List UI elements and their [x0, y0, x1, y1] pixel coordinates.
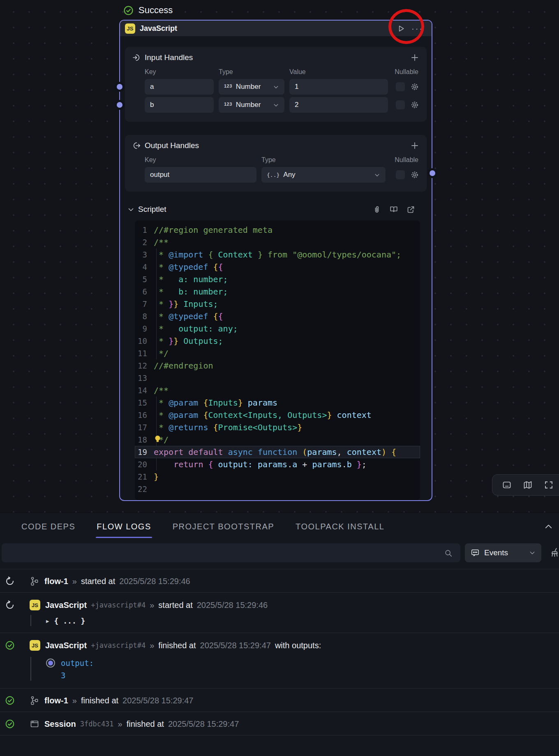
events-filter-button[interactable]: Events — [465, 543, 541, 562]
finished-check-icon — [5, 640, 15, 650]
key-field[interactable]: b — [145, 97, 214, 113]
code-line: 3 * @import { Context } from "@oomol/typ… — [135, 248, 420, 261]
lightbulb-icon[interactable] — [154, 435, 162, 444]
collapsed-object: { ... } — [54, 617, 85, 625]
code-line: 6 * b: number; — [135, 285, 420, 298]
tab-flow-logs[interactable]: FLOW LOGS — [97, 522, 151, 531]
column-type: Type — [219, 68, 284, 76]
log-action: finished at — [81, 696, 118, 705]
session-icon — [30, 719, 39, 729]
column-nullable: Nullable — [395, 68, 419, 76]
nullable-checkbox[interactable] — [396, 100, 405, 109]
reader-icon[interactable] — [389, 205, 398, 214]
search-input[interactable] — [2, 543, 460, 562]
type-select[interactable]: 123Number — [219, 79, 284, 95]
code-line: 5 * a: number; — [135, 273, 420, 285]
log-timestamp: 2025/5/28 15:29:47 — [168, 719, 239, 729]
indent-guide — [30, 657, 31, 681]
code-line: 7 * }} Inputs; — [135, 298, 420, 310]
output-value: 3 — [61, 668, 559, 688]
column-nullable: Nullable — [395, 156, 419, 164]
line-number: 22 — [135, 483, 154, 495]
add-input-handle-button[interactable] — [410, 53, 419, 62]
input-handle-a[interactable] — [115, 82, 125, 92]
log-title: flow-1 — [44, 577, 68, 586]
type-icon: 123 — [224, 102, 232, 107]
line-number: 10 — [135, 335, 154, 347]
code-editor[interactable]: 1//#region generated meta2/**3 * @import… — [135, 220, 420, 500]
line-number: 15 — [135, 397, 154, 409]
events-label: Events — [484, 548, 508, 557]
tab-code-deps[interactable]: CODE DEPS — [21, 522, 75, 531]
run-node-button[interactable] — [396, 24, 406, 33]
log-list: flow-1»started at2025/5/28 15:29:46JSJav… — [0, 569, 559, 735]
handle-row: b123Number2 — [145, 97, 419, 113]
log-separator: » — [72, 696, 77, 705]
gear-icon[interactable] — [410, 82, 419, 91]
success-check-icon — [5, 719, 15, 729]
expand-triangle-icon[interactable]: ▸ — [46, 617, 49, 625]
log-separator: » — [150, 601, 154, 610]
log-title: JavaScript — [45, 641, 87, 650]
log-row[interactable]: JSJavaScript+javascript#4»started at2025… — [0, 593, 559, 633]
output-handle-dot-icon — [46, 659, 55, 668]
log-title: flow-1 — [44, 696, 68, 705]
add-output-handle-button[interactable] — [410, 141, 419, 150]
chevron-down-icon — [529, 550, 536, 556]
spinner-icon — [5, 576, 15, 586]
line-number: 9 — [135, 322, 154, 335]
gear-icon[interactable] — [410, 170, 419, 179]
input-handles-section: Input Handles Key Type Value Nullable a1… — [125, 47, 427, 122]
gear-icon[interactable] — [410, 100, 419, 109]
type-select[interactable]: 123Number — [219, 97, 284, 113]
fullscreen-icon[interactable] — [544, 480, 554, 490]
type-select[interactable]: {..}Any — [261, 167, 386, 183]
map-icon[interactable] — [523, 480, 533, 490]
line-number: 19 — [135, 446, 154, 458]
value-field[interactable]: 1 — [289, 79, 388, 95]
node-header[interactable]: JS JavaScript ··· — [120, 21, 432, 36]
code-line: 2/** — [135, 236, 420, 248]
chevron-down-icon[interactable] — [127, 206, 134, 213]
panel-icon[interactable] — [502, 480, 512, 490]
clear-logs-icon[interactable] — [550, 547, 559, 558]
chevron-down-icon — [374, 172, 380, 178]
key-field[interactable]: output — [145, 167, 256, 183]
line-number: 16 — [135, 409, 154, 421]
value-field[interactable]: 2 — [289, 97, 388, 113]
log-timestamp: 2025/5/28 15:29:46 — [197, 601, 268, 610]
nullable-checkbox[interactable] — [396, 170, 405, 179]
status-label: Success — [139, 5, 173, 16]
javascript-node[interactable]: JS JavaScript ··· Input Handles Key Type… — [119, 20, 432, 501]
open-external-icon[interactable] — [407, 205, 415, 214]
search-icon[interactable] — [444, 549, 453, 558]
log-title: Session — [44, 719, 76, 729]
log-row[interactable]: flow-1»started at2025/5/28 15:29:46 — [0, 569, 559, 593]
nullable-checkbox[interactable] — [396, 82, 405, 91]
line-number: 2 — [135, 236, 154, 248]
node-menu-button[interactable]: ··· — [411, 24, 423, 32]
output-handle-output[interactable] — [427, 168, 437, 178]
code-line: 12//#endregion — [135, 359, 420, 372]
scriptlet-header: Scriptlet — [127, 204, 415, 215]
flow-canvas[interactable]: Success JS JavaScript ··· Input Handles … — [0, 0, 559, 513]
running-spinner-icon — [5, 576, 15, 586]
output-key: output: — [61, 659, 94, 668]
flow-icon — [30, 696, 39, 705]
column-type: Type — [261, 156, 386, 164]
tab-toolpack-install[interactable]: TOOLPACK INSTALL — [296, 522, 384, 531]
log-row[interactable]: JSJavaScript+javascript#4»finished at202… — [0, 633, 559, 689]
js-icon: JS — [125, 23, 135, 34]
collapse-panel-icon[interactable] — [544, 522, 553, 531]
code-line: 18 */ — [135, 434, 420, 446]
paperclip-icon[interactable] — [372, 205, 381, 214]
log-expandable[interactable]: ▸{ ... } — [46, 617, 559, 633]
log-timestamp: 2025/5/28 15:29:47 — [122, 696, 193, 705]
key-field[interactable]: a — [145, 79, 214, 95]
log-row[interactable]: Session3fdbc431»finished at2025/5/28 15:… — [0, 712, 559, 735]
log-row[interactable]: flow-1»finished at2025/5/28 15:29:47 — [0, 689, 559, 712]
input-handle-b[interactable] — [115, 100, 125, 110]
type-icon: {..} — [267, 172, 280, 178]
log-separator: » — [150, 641, 154, 650]
tab-project-bootstrap[interactable]: PROJECT BOOTSTRAP — [173, 522, 274, 531]
